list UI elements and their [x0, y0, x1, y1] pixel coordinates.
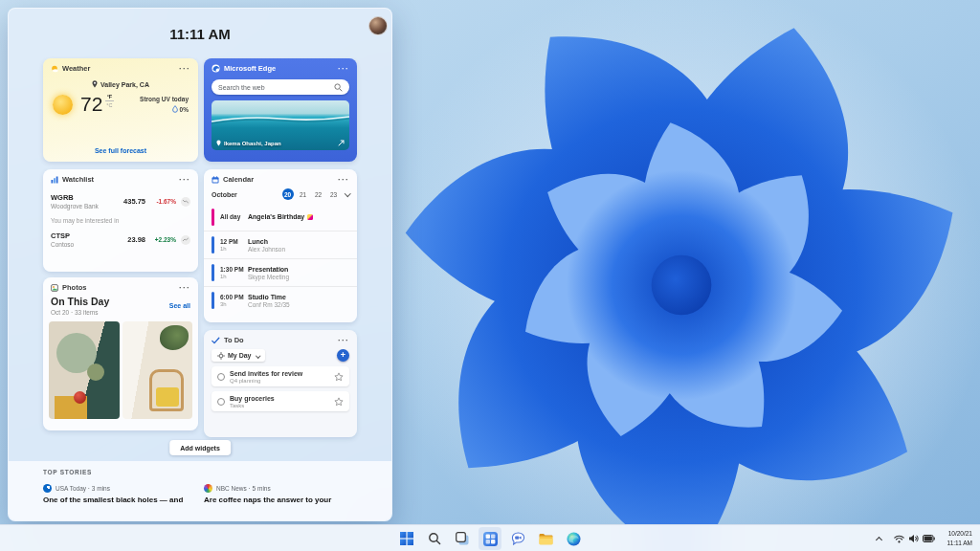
stock-name: Woodgrove Bank — [51, 203, 106, 209]
unit-celsius[interactable]: °C — [105, 100, 113, 108]
calendar-day[interactable]: 21 — [298, 188, 309, 200]
photo-thumbnail[interactable] — [49, 321, 120, 419]
photos-more-button[interactable]: ··· — [179, 286, 190, 290]
watchlist-header: Watchlist ··· — [43, 169, 198, 186]
taskbar-search-button[interactable] — [423, 527, 446, 550]
see-full-forecast-link[interactable]: See full forecast — [43, 147, 198, 154]
taskbar-center — [395, 525, 585, 551]
edge-more-button[interactable]: ··· — [338, 67, 349, 71]
photo-pin-icon — [216, 140, 221, 146]
event-time: 6:00 PM — [220, 294, 248, 300]
todo-widget[interactable]: To Do ··· My Day + Send invites for revi… — [204, 330, 357, 437]
star-icon[interactable] — [334, 397, 344, 407]
weather-location-row[interactable]: Valley Park, CA — [43, 80, 198, 88]
stock-symbol: CTSP — [51, 231, 106, 240]
calendar-day[interactable]: 22 — [313, 188, 324, 200]
task-complete-radio[interactable] — [217, 373, 225, 381]
chevron-down-icon — [256, 353, 260, 358]
event-duration: 1h — [220, 274, 248, 279]
event-title: Presentation — [248, 266, 288, 273]
todo-more-button[interactable]: ··· — [338, 339, 349, 342]
calendar-event[interactable]: All day Angela's Birthday — [204, 204, 357, 231]
system-tray: 10/20/21 11:11 AM — [877, 525, 977, 551]
photo-caption: Ikema Ohashi, Japan — [224, 141, 281, 146]
file-explorer-button[interactable] — [534, 527, 557, 550]
watchlist-widget[interactable]: Watchlist ··· WGRB Woodgrove Bank 435.75… — [43, 169, 198, 272]
search-placeholder: Search the web — [218, 84, 265, 91]
story-headline[interactable]: Are coffee naps the answer to your — [204, 496, 357, 504]
story-headline[interactable]: One of the smallest black holes — and — [43, 496, 198, 504]
weather-more-button[interactable]: ··· — [179, 67, 190, 71]
weather-details: Strong UV today 0% — [140, 96, 189, 113]
task-complete-radio[interactable] — [217, 398, 225, 406]
photos-title: Photos — [62, 283, 86, 292]
photos-head: On This Day Oct 20 · 33 items See all — [43, 294, 198, 316]
start-button[interactable] — [395, 527, 418, 550]
see-all-link[interactable]: See all — [169, 302, 190, 309]
task-view-button[interactable] — [451, 527, 474, 550]
todo-list-label: My Day — [228, 352, 252, 359]
battery-icon — [923, 535, 935, 542]
photos-icon — [51, 284, 58, 292]
photo-thumbnail[interactable] — [122, 321, 193, 419]
usa-today-icon — [43, 484, 52, 493]
watchlist-icon — [51, 176, 58, 184]
stock-row[interactable]: CTSP Contoso 23.98 +2.23% — [43, 231, 198, 248]
calendar-event[interactable]: 6:00 PM 3h Studio Time Conf Rm 32/35 — [204, 286, 357, 314]
star-icon[interactable] — [334, 372, 344, 382]
edge-search-input[interactable]: Search the web — [212, 79, 349, 95]
edge-photo[interactable]: Ikema Ohashi, Japan — [212, 100, 349, 150]
my-day-sun-icon — [217, 352, 225, 360]
location-pin-icon — [92, 80, 98, 88]
user-avatar[interactable] — [368, 16, 388, 35]
calendar-more-button[interactable]: ··· — [338, 178, 349, 182]
news-story[interactable]: USA Today · 3 mins One of the smallest b… — [43, 484, 198, 504]
task-item[interactable]: Buy groceries Tasks — [212, 391, 349, 411]
news-story[interactable]: NBC News · 5 mins Are coffee naps the an… — [204, 484, 357, 504]
calendar-widget[interactable]: Calendar ··· October 20 21 22 23 All day — [204, 169, 357, 322]
edge-widget[interactable]: Microsoft Edge ··· Search the web — [204, 58, 357, 162]
stock-row[interactable]: WGRB Woodgrove Bank 435.75 -1.67% — [43, 193, 198, 209]
calendar-title: Calendar — [223, 175, 254, 184]
unit-fahrenheit[interactable]: °F — [106, 94, 114, 100]
event-title: Lunch — [248, 238, 268, 245]
todo-header: To Do ··· — [204, 330, 357, 346]
event-color-bar — [212, 292, 214, 309]
todo-title: To Do — [224, 336, 244, 344]
watchlist-more-button[interactable]: ··· — [179, 178, 190, 182]
event-time: 12 PM — [220, 238, 248, 245]
chevron-down-icon[interactable] — [345, 190, 350, 196]
stock-name: Contoso — [51, 241, 106, 248]
calendar-event[interactable]: 1:30 PM 1h Presentation Skype Meeting — [204, 258, 357, 286]
calendar-day-selected[interactable]: 20 — [282, 188, 294, 200]
weather-widget[interactable]: Weather ··· Valley Park, CA 72 °F °C Str… — [43, 58, 198, 162]
tray-overflow-chevron-icon[interactable] — [875, 537, 881, 543]
calendar-day[interactable]: 23 — [328, 188, 340, 200]
calendar-nav: October 20 21 22 23 — [204, 186, 357, 201]
event-subtitle: Alex Johnson — [248, 246, 285, 253]
todo-icon — [212, 337, 220, 344]
event-color-bar — [212, 264, 214, 281]
weather-icon — [51, 65, 58, 73]
tray-status-icons[interactable] — [890, 531, 939, 546]
widgets-button[interactable] — [479, 527, 501, 550]
event-subtitle: Conf Rm 32/35 — [248, 301, 290, 308]
expand-icon[interactable] — [338, 140, 345, 146]
edge-browser-button[interactable] — [562, 527, 585, 550]
task-item[interactable]: Send invites for review Q4 planning — [212, 366, 349, 386]
todo-list-selector[interactable]: My Day — [212, 349, 265, 362]
add-widgets-button[interactable]: Add widgets — [169, 440, 231, 455]
calendar-month[interactable]: October — [212, 191, 237, 198]
widgets-panel: 11:11 AM Weather ··· Valley Park, CA 72 — [8, 8, 392, 521]
add-task-button[interactable]: + — [337, 349, 349, 362]
weather-title: Weather — [62, 64, 90, 73]
desktop: 11:11 AM Weather ··· Valley Park, CA 72 — [0, 0, 980, 551]
calendar-event[interactable]: 12 PM 1h Lunch Alex Johnson — [204, 231, 357, 258]
sun-icon — [53, 95, 73, 115]
photos-widget[interactable]: Photos ··· On This Day Oct 20 · 33 items… — [43, 277, 198, 430]
chat-button[interactable] — [506, 527, 529, 550]
stock-price: 23.98 — [127, 235, 145, 244]
stock-chart-icon — [181, 197, 190, 207]
taskbar-clock[interactable]: 10/20/21 11:11 AM — [947, 529, 977, 548]
panel-clock: 11:11 AM — [9, 26, 391, 42]
